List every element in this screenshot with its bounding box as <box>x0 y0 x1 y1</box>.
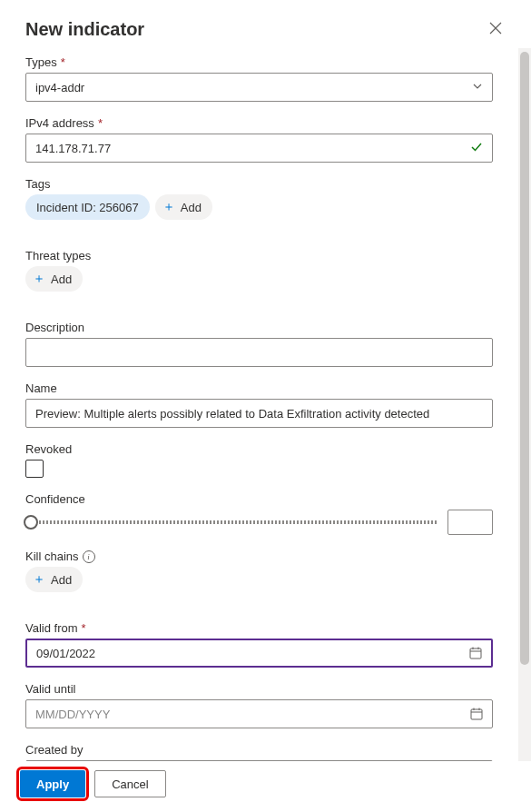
created-by-label: Created by <box>25 743 493 757</box>
new-indicator-panel: New indicator Types* ipv4-addr <box>0 0 531 812</box>
plus-icon: ＋ <box>162 199 175 215</box>
description-field: Description <box>25 321 493 367</box>
add-tag-button[interactable]: ＋ Add <box>155 194 212 220</box>
slider-thumb[interactable] <box>24 515 38 530</box>
valid-until-label: Valid until <box>25 682 493 696</box>
confidence-value-input[interactable] <box>447 510 493 535</box>
revoked-checkbox[interactable] <box>25 460 44 478</box>
threat-types-label: Threat types <box>25 249 493 262</box>
name-input[interactable]: Preview: Multiple alerts possibly relate… <box>25 399 493 428</box>
description-input[interactable] <box>25 338 493 367</box>
types-label: Types* <box>25 55 493 69</box>
panel-header: New indicator <box>0 0 531 48</box>
revoked-field: Revoked <box>25 442 493 478</box>
confidence-slider[interactable] <box>25 520 437 524</box>
required-icon: * <box>61 55 65 69</box>
cancel-button[interactable]: Cancel <box>94 770 165 797</box>
revoked-label: Revoked <box>25 442 493 456</box>
types-select[interactable]: ipv4-addr <box>25 73 493 102</box>
valid-from-label: Valid from* <box>25 621 493 635</box>
chevron-down-icon <box>472 81 483 94</box>
svg-rect-4 <box>471 709 482 719</box>
calendar-icon <box>470 708 483 720</box>
threat-types-field: Threat types ＋ Add <box>25 249 493 292</box>
add-threat-type-button[interactable]: ＋ Add <box>25 266 83 292</box>
ipv4-input[interactable]: 141.178.71.77 <box>25 134 493 163</box>
types-field: Types* ipv4-addr <box>25 55 493 102</box>
valid-from-input[interactable]: 09/01/2022 <box>25 639 493 668</box>
created-by-input: gbarnes@contoso.com <box>25 760 493 761</box>
tags-label: Tags <box>25 177 493 191</box>
info-icon[interactable]: i <box>83 550 95 563</box>
form-content: Types* ipv4-addr IPv4 address* 141.178.7… <box>0 48 518 761</box>
calendar-icon <box>469 647 482 659</box>
kill-chains-label: Kill chains i <box>25 550 493 563</box>
confidence-field: Confidence <box>25 492 493 535</box>
scrollbar[interactable] <box>518 48 531 761</box>
panel-footer: Apply Cancel <box>0 761 531 812</box>
add-kill-chain-button[interactable]: ＋ Add <box>25 567 83 592</box>
tags-field: Tags Incident ID: 256067 ＋ Add <box>25 177 493 220</box>
valid-from-field: Valid from* 09/01/2022 <box>25 621 493 668</box>
tag-item[interactable]: Incident ID: 256067 <box>25 194 150 220</box>
ipv4-field: IPv4 address* 141.178.71.77 <box>25 116 493 163</box>
plus-icon: ＋ <box>33 271 45 287</box>
valid-until-field: Valid until MM/DD/YYYY <box>25 682 493 728</box>
description-label: Description <box>25 321 493 334</box>
confidence-label: Confidence <box>25 492 493 506</box>
scrollbar-thumb[interactable] <box>520 52 529 665</box>
name-label: Name <box>25 381 493 395</box>
ipv4-label: IPv4 address* <box>25 116 493 130</box>
name-field: Name Preview: Multiple alerts possibly r… <box>25 381 493 428</box>
svg-rect-0 <box>470 649 481 659</box>
valid-until-input[interactable]: MM/DD/YYYY <box>25 699 493 728</box>
created-by-field: Created by gbarnes@contoso.com <box>25 743 493 761</box>
close-icon[interactable] <box>486 18 506 41</box>
panel-title: New indicator <box>25 19 144 40</box>
required-icon: * <box>98 116 103 130</box>
checkmark-icon <box>470 141 483 156</box>
kill-chains-field: Kill chains i ＋ Add <box>25 550 493 592</box>
required-icon: * <box>82 621 86 635</box>
plus-icon: ＋ <box>33 571 45 588</box>
apply-button[interactable]: Apply <box>20 770 85 797</box>
